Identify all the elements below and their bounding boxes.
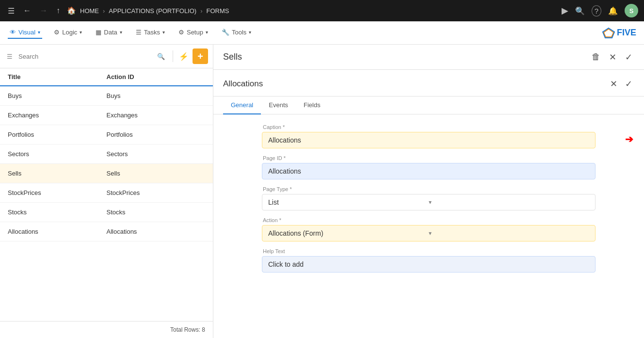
tools-icon: 🔧 [222,29,229,36]
breadcrumb-home[interactable]: HOME [80,7,99,15]
page-type-chevron-icon: ▾ [429,199,589,206]
allocations-header: Allocations ✕ ✓ [213,70,644,97]
allocations-close-button[interactable]: ✕ [608,77,619,91]
row-title: StockPrices [8,189,107,196]
sells-confirm-button[interactable]: ✓ [623,50,634,64]
breadcrumb-app[interactable]: APPLICATIONS (PORTFOLIO) [109,7,196,15]
allocations-panel: Allocations ✕ ✓ General Events Fields Ca… [213,70,644,338]
table-header: Title Action ID [0,68,213,86]
tab-events[interactable]: Events [261,97,296,114]
page-type-select[interactable]: List ▾ [262,194,596,210]
row-action-id: Allocations [107,228,206,235]
allocations-actions: ✕ ✓ [608,77,634,96]
play-icon[interactable]: ▶ [562,5,568,16]
flash-icon[interactable]: ⚡ [179,52,189,61]
row-title: Portfolios [8,131,107,138]
back-icon[interactable]: ← [21,4,33,17]
search-bar: ☰ 🔍 ⚡ + [0,45,213,68]
row-action-id: Stocks [107,209,206,216]
breadcrumb-forms[interactable]: FORMS [207,7,229,15]
toolbar-tasks[interactable]: ☰ Tasks ▾ [134,27,167,39]
sells-delete-button[interactable]: 🗑 [590,50,602,64]
action-select[interactable]: Allocations (Form) ▾ [262,225,596,241]
caption-label: Caption * [262,124,596,130]
tools-arrow: ▾ [249,30,251,35]
add-button[interactable]: + [193,48,208,64]
sells-close-button[interactable]: ✕ [607,50,618,64]
toolbar: 👁 Visual ▾ ⚙ Logic ▾ ▦ Data ▾ ☰ Tasks ▾ … [0,21,644,45]
tasks-arrow: ▾ [162,30,165,35]
sidebar-filter-icon[interactable]: ☰ [5,51,15,62]
caption-field-group: Caption * Allocations [262,124,596,148]
allocations-confirm-button[interactable]: ✓ [623,77,634,91]
toolbar-logic[interactable]: ⚙ Logic ▾ [52,27,84,39]
search-nav-icon[interactable]: 🔍 [575,6,585,16]
tab-fields[interactable]: Fields [296,97,328,114]
five-logo-icon [602,27,615,39]
five-logo: FIVE [602,27,636,39]
logic-arrow: ▾ [80,30,82,35]
allocations-title: Allocations [223,79,608,94]
action-label: Action * [262,217,596,223]
up-icon[interactable]: ↑ [54,4,62,17]
page-id-input[interactable]: Allocations [262,163,596,179]
table-row[interactable]: Exchanges Exchanges [0,106,213,125]
divider [173,50,173,62]
search-icon[interactable]: 🔍 [155,51,167,62]
table-body: Buys Buys Exchanges Exchanges Portfolios… [0,86,213,321]
search-input[interactable] [18,53,151,60]
sells-title: Sells [223,52,590,62]
left-panel: ☰ 🔍 ⚡ + Title Action ID Buys Buys Exchan… [0,45,213,338]
bell-icon[interactable]: 🔔 [608,6,618,16]
caption-input[interactable]: Allocations [262,132,596,148]
row-action-id: Portfolios [107,131,206,138]
page-id-field-group: Page ID * Allocations [262,155,596,179]
table-row-selected[interactable]: Sells Sells [0,164,213,183]
table-row[interactable]: Sectors Sectors [0,145,213,164]
table-row[interactable]: Buys Buys [0,86,213,106]
help-text-label: Help Text [262,248,596,254]
page-type-value: List [268,198,429,206]
toolbar-tools[interactable]: 🔧 Tools ▾ [220,27,253,39]
avatar[interactable]: S [625,4,638,17]
table-row[interactable]: Stocks Stocks [0,203,213,222]
row-action-id: StockPrices [107,189,206,196]
total-rows-label: Total Rows: 8 [170,326,205,333]
toolbar-visual[interactable]: 👁 Visual ▾ [8,27,42,39]
table-row[interactable]: Portfolios Portfolios [0,125,213,145]
row-title: Stocks [8,209,107,216]
toolbar-data[interactable]: ▦ Data ▾ [94,27,124,39]
table-row[interactable]: Allocations Allocations [0,222,213,241]
forward-icon[interactable]: → [38,4,49,17]
column-title-header: Title [8,73,107,80]
sells-header: Sells 🗑 ✕ ✓ [213,45,644,70]
top-nav-right: ▶ 🔍 ? 🔔 S [562,4,638,17]
help-icon[interactable]: ? [592,5,601,16]
data-arrow: ▾ [120,30,122,35]
row-title: Exchanges [8,112,107,119]
sells-actions: 🗑 ✕ ✓ [590,50,634,64]
row-title: Sells [8,170,107,177]
tab-general[interactable]: General [223,97,261,114]
action-field-group: Action * Allocations (Form) ▾ [262,217,596,241]
help-text-field-group: Help Text Click to add [262,248,596,273]
main-layout: ☰ 🔍 ⚡ + Title Action ID Buys Buys Exchan… [0,45,644,338]
table-footer: Total Rows: 8 [0,321,213,338]
top-nav: ☰ ← → ↑ 🏠 HOME › APPLICATIONS (PORTFOLIO… [0,0,644,21]
action-value: Allocations (Form) [268,229,429,237]
row-title: Sectors [8,150,107,158]
setup-icon: ⚙ [178,29,184,36]
page-type-label: Page Type * [262,186,596,192]
table-row[interactable]: StockPrices StockPrices [0,183,213,203]
help-text-input[interactable]: Click to add [262,256,596,273]
page-type-field-group: Page Type * List ▾ [262,186,596,210]
row-action-id: Exchanges [107,112,206,119]
form-content: Caption * Allocations Page ID * Allocati… [213,114,644,282]
tasks-icon: ☰ [136,29,142,36]
breadcrumb-sep1: › [103,7,105,15]
visual-arrow: ▾ [38,30,40,35]
logic-icon: ⚙ [54,29,60,36]
menu-icon[interactable]: ☰ [6,4,16,17]
toolbar-setup[interactable]: ⚙ Setup ▾ [177,27,210,39]
row-title: Buys [8,92,107,99]
